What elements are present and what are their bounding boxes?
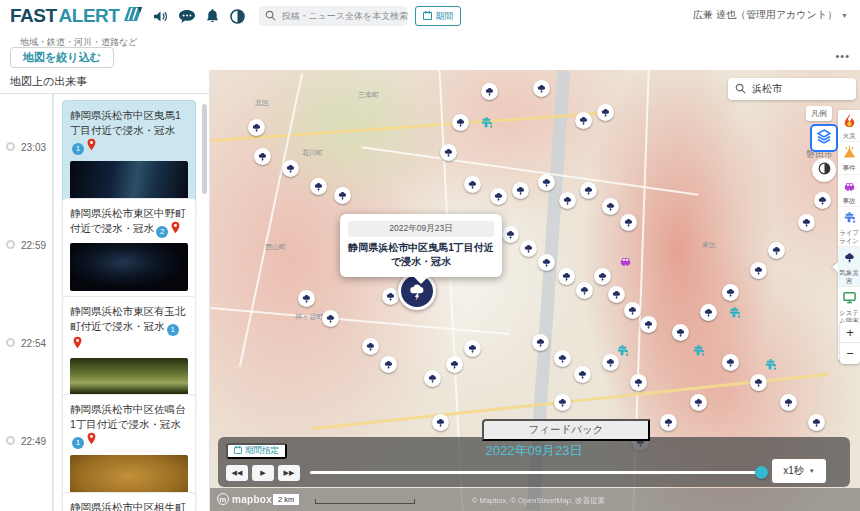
map-marker-weather[interactable]: [575, 112, 592, 129]
map-marker-weather[interactable]: [432, 414, 449, 431]
feedback-button[interactable]: フィードバック: [482, 419, 650, 441]
map-attribution[interactable]: © Mapbox, © OpenStreetMap, 改善提案: [472, 496, 605, 506]
map-marker-weather[interactable]: [576, 282, 593, 299]
more-menu-button[interactable]: •••: [835, 50, 850, 62]
map-marker-weather[interactable]: [446, 356, 463, 373]
rewind-button[interactable]: ◀◀: [226, 465, 248, 481]
category-weather[interactable]: 気象災害: [838, 247, 860, 287]
map-marker-weather[interactable]: [481, 83, 498, 100]
sidebar-scrollbar[interactable]: [202, 104, 207, 194]
map-marker-weather[interactable]: [440, 144, 457, 161]
location-pin-icon[interactable]: [170, 224, 181, 236]
event-list-item[interactable]: 23:03静岡県浜松市中区曳馬1丁目付近で浸水・冠水1: [0, 100, 209, 188]
timeline-slider-thumb[interactable]: [755, 466, 768, 479]
map-marker-weather[interactable]: [620, 214, 637, 231]
map-marker-weather[interactable]: [298, 290, 315, 307]
category-incident[interactable]: 事件: [838, 142, 860, 174]
timeline-slider[interactable]: [310, 471, 762, 474]
category-fire[interactable]: 火災: [838, 110, 860, 142]
map-marker-weather[interactable]: [380, 356, 397, 373]
map-marker-lifeline[interactable]: [480, 116, 493, 129]
map-marker-weather[interactable]: [490, 188, 507, 205]
map-layers-button[interactable]: [810, 124, 838, 152]
contrast-icon[interactable]: [230, 9, 245, 24]
map-marker-weather[interactable]: [808, 414, 825, 431]
event-list-item[interactable]: 22:54静岡県浜松市東区有玉北町付近で浸水・冠水1: [0, 296, 209, 384]
map-marker-weather[interactable]: [538, 174, 555, 191]
chat-icon[interactable]: [179, 10, 195, 23]
event-list[interactable]: 23:03静岡県浜松市中区曳馬1丁目付近で浸水・冠水122:59静岡県浜松市東区…: [0, 94, 209, 511]
location-pin-icon[interactable]: [86, 141, 97, 153]
map-marker-weather[interactable]: [464, 340, 481, 357]
map-marker-lifeline[interactable]: [616, 344, 629, 357]
event-list-item[interactable]: 22:59静岡県浜松市東区中野町付近で浸水・冠水2: [0, 198, 209, 286]
map-marker-weather[interactable]: [502, 226, 519, 243]
map-marker-weather[interactable]: [554, 394, 571, 411]
event-card[interactable]: 静岡県浜松市東区中野町付近で浸水・冠水2: [62, 198, 196, 299]
map-marker-lifeline[interactable]: [764, 358, 777, 371]
map-canvas[interactable]: 北区三幸町花川町西山町神ヶ谷町磐田市東区 2022年09月23日 静岡県浜松市中…: [210, 70, 860, 511]
map-marker-weather[interactable]: [362, 338, 379, 355]
map-marker-lifeline[interactable]: [728, 306, 741, 319]
global-search-input[interactable]: 投稿・ニュース全体を本文検索: [259, 6, 407, 26]
map-marker-weather[interactable]: [672, 324, 689, 341]
map-marker-weather[interactable]: [594, 268, 611, 285]
map-marker-weather[interactable]: [254, 148, 271, 165]
map-marker-weather[interactable]: [382, 288, 399, 305]
narrow-map-button[interactable]: 地図を絞り込む: [10, 47, 114, 68]
map-marker-lifeline[interactable]: [692, 344, 705, 357]
category-lifeline[interactable]: ライフライン: [838, 207, 860, 247]
map-marker-weather[interactable]: [602, 198, 619, 215]
event-thumbnail[interactable]: [70, 243, 188, 291]
event-list-item[interactable]: 22:45静岡県浜松市中区相生町 国道1: [0, 492, 209, 511]
map-search-input[interactable]: 浜松市: [728, 78, 856, 100]
map-marker-weather[interactable]: [722, 354, 739, 371]
map-marker-weather[interactable]: [464, 176, 481, 193]
map-marker-weather[interactable]: [424, 370, 441, 387]
playback-speed-select[interactable]: x1秒 ▼: [772, 459, 826, 483]
map-marker-weather[interactable]: [512, 182, 529, 199]
map-marker-weather[interactable]: [559, 192, 576, 209]
map-marker-weather[interactable]: [722, 284, 739, 301]
map-marker-weather[interactable]: [780, 394, 797, 411]
location-pin-icon[interactable]: [72, 339, 83, 351]
category-accident[interactable]: 事故: [838, 175, 860, 207]
bell-icon[interactable]: [206, 9, 219, 23]
event-list-item[interactable]: 22:49静岡県浜松市中区佐鳴台1丁目付近で浸水・冠水1: [0, 394, 209, 482]
map-marker-weather[interactable]: [814, 192, 831, 209]
map-marker-weather[interactable]: [520, 240, 537, 257]
map-marker-weather[interactable]: [558, 268, 575, 285]
map-marker-weather[interactable]: [533, 80, 550, 97]
map-marker-weather[interactable]: [532, 334, 549, 351]
map-marker-weather[interactable]: [452, 114, 469, 131]
map-marker-weather[interactable]: [282, 160, 299, 177]
map-marker-weather[interactable]: [630, 374, 647, 391]
map-contrast-button[interactable]: [812, 158, 836, 182]
zoom-out-button[interactable]: −: [840, 343, 860, 364]
play-button[interactable]: ▶: [252, 465, 274, 481]
location-pin-icon[interactable]: [86, 435, 97, 447]
map-marker-weather[interactable]: [574, 366, 591, 383]
map-marker-weather[interactable]: [248, 119, 265, 136]
map-marker-weather[interactable]: [597, 104, 614, 121]
map-marker-weather[interactable]: [538, 254, 555, 271]
map-marker-weather[interactable]: [554, 350, 571, 367]
map-marker-accident[interactable]: [619, 254, 632, 267]
map-marker-weather[interactable]: [310, 178, 327, 195]
account-menu[interactable]: 広兼 達也（管理用アカウント） ▼: [693, 8, 848, 22]
mapbox-logo[interactable]: m mapbox: [217, 493, 272, 505]
map-marker-weather[interactable]: [798, 214, 815, 231]
forward-button[interactable]: ▶▶: [278, 465, 300, 481]
map-marker-weather[interactable]: [690, 394, 707, 411]
map-marker-weather[interactable]: [640, 316, 657, 333]
fastalert-logo[interactable]: FASTALERT: [10, 5, 142, 27]
map-marker-weather[interactable]: [334, 187, 351, 204]
map-popup[interactable]: 2022年09月23日 静岡県浜松市中区曳馬1丁目付近で浸水・冠水: [340, 214, 502, 277]
zoom-in-button[interactable]: +: [840, 322, 860, 343]
map-marker-weather[interactable]: [608, 286, 625, 303]
map-marker-weather[interactable]: [322, 310, 339, 327]
map-marker-weather[interactable]: [750, 262, 767, 279]
period-button[interactable]: 期間: [415, 6, 461, 26]
map-marker-weather[interactable]: [624, 302, 641, 319]
map-marker-weather[interactable]: [580, 182, 597, 199]
